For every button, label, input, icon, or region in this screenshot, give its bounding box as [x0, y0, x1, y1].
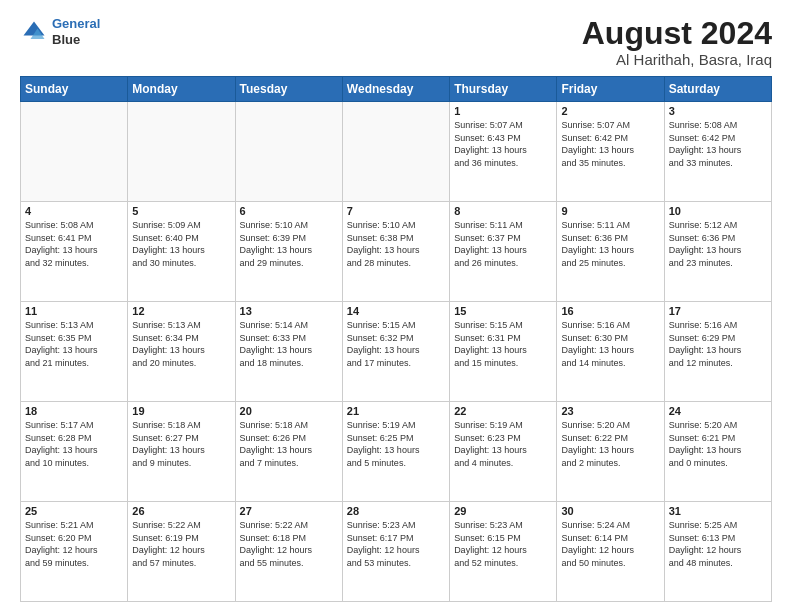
day-info: Sunrise: 5:24 AM Sunset: 6:14 PM Dayligh… — [561, 519, 659, 569]
day-number: 22 — [454, 405, 552, 417]
subtitle: Al Harithah, Basra, Iraq — [582, 51, 772, 68]
day-info: Sunrise: 5:10 AM Sunset: 6:38 PM Dayligh… — [347, 219, 445, 269]
day-info: Sunrise: 5:18 AM Sunset: 6:27 PM Dayligh… — [132, 419, 230, 469]
svg-marker-0 — [24, 21, 45, 35]
calendar-cell: 17Sunrise: 5:16 AM Sunset: 6:29 PM Dayli… — [664, 302, 771, 402]
day-info: Sunrise: 5:11 AM Sunset: 6:36 PM Dayligh… — [561, 219, 659, 269]
day-info: Sunrise: 5:10 AM Sunset: 6:39 PM Dayligh… — [240, 219, 338, 269]
day-info: Sunrise: 5:19 AM Sunset: 6:23 PM Dayligh… — [454, 419, 552, 469]
day-info: Sunrise: 5:15 AM Sunset: 6:31 PM Dayligh… — [454, 319, 552, 369]
calendar-cell — [235, 102, 342, 202]
day-info: Sunrise: 5:08 AM Sunset: 6:41 PM Dayligh… — [25, 219, 123, 269]
calendar-cell: 8Sunrise: 5:11 AM Sunset: 6:37 PM Daylig… — [450, 202, 557, 302]
calendar-cell: 13Sunrise: 5:14 AM Sunset: 6:33 PM Dayli… — [235, 302, 342, 402]
day-number: 16 — [561, 305, 659, 317]
calendar-cell: 27Sunrise: 5:22 AM Sunset: 6:18 PM Dayli… — [235, 502, 342, 602]
day-number: 5 — [132, 205, 230, 217]
weekday-header-thursday: Thursday — [450, 77, 557, 102]
weekday-header-row: SundayMondayTuesdayWednesdayThursdayFrid… — [21, 77, 772, 102]
day-info: Sunrise: 5:20 AM Sunset: 6:21 PM Dayligh… — [669, 419, 767, 469]
day-number: 12 — [132, 305, 230, 317]
calendar-cell: 26Sunrise: 5:22 AM Sunset: 6:19 PM Dayli… — [128, 502, 235, 602]
calendar-cell: 14Sunrise: 5:15 AM Sunset: 6:32 PM Dayli… — [342, 302, 449, 402]
day-number: 8 — [454, 205, 552, 217]
week-row-4: 18Sunrise: 5:17 AM Sunset: 6:28 PM Dayli… — [21, 402, 772, 502]
day-number: 9 — [561, 205, 659, 217]
day-info: Sunrise: 5:22 AM Sunset: 6:18 PM Dayligh… — [240, 519, 338, 569]
calendar-cell: 15Sunrise: 5:15 AM Sunset: 6:31 PM Dayli… — [450, 302, 557, 402]
week-row-1: 1Sunrise: 5:07 AM Sunset: 6:43 PM Daylig… — [21, 102, 772, 202]
day-info: Sunrise: 5:19 AM Sunset: 6:25 PM Dayligh… — [347, 419, 445, 469]
calendar-cell: 21Sunrise: 5:19 AM Sunset: 6:25 PM Dayli… — [342, 402, 449, 502]
day-info: Sunrise: 5:22 AM Sunset: 6:19 PM Dayligh… — [132, 519, 230, 569]
day-number: 2 — [561, 105, 659, 117]
calendar-cell: 3Sunrise: 5:08 AM Sunset: 6:42 PM Daylig… — [664, 102, 771, 202]
logo-text: General Blue — [52, 16, 100, 47]
day-number: 30 — [561, 505, 659, 517]
logo-line1: General — [52, 16, 100, 31]
calendar-cell: 28Sunrise: 5:23 AM Sunset: 6:17 PM Dayli… — [342, 502, 449, 602]
day-number: 23 — [561, 405, 659, 417]
day-number: 11 — [25, 305, 123, 317]
day-number: 6 — [240, 205, 338, 217]
day-info: Sunrise: 5:13 AM Sunset: 6:35 PM Dayligh… — [25, 319, 123, 369]
day-info: Sunrise: 5:11 AM Sunset: 6:37 PM Dayligh… — [454, 219, 552, 269]
day-number: 27 — [240, 505, 338, 517]
logo-line2: Blue — [52, 32, 100, 48]
logo: General Blue — [20, 16, 100, 47]
calendar-cell: 2Sunrise: 5:07 AM Sunset: 6:42 PM Daylig… — [557, 102, 664, 202]
day-number: 28 — [347, 505, 445, 517]
calendar-cell: 25Sunrise: 5:21 AM Sunset: 6:20 PM Dayli… — [21, 502, 128, 602]
calendar-cell: 11Sunrise: 5:13 AM Sunset: 6:35 PM Dayli… — [21, 302, 128, 402]
week-row-2: 4Sunrise: 5:08 AM Sunset: 6:41 PM Daylig… — [21, 202, 772, 302]
calendar-cell: 29Sunrise: 5:23 AM Sunset: 6:15 PM Dayli… — [450, 502, 557, 602]
day-info: Sunrise: 5:14 AM Sunset: 6:33 PM Dayligh… — [240, 319, 338, 369]
day-number: 29 — [454, 505, 552, 517]
calendar-cell — [21, 102, 128, 202]
calendar-cell: 5Sunrise: 5:09 AM Sunset: 6:40 PM Daylig… — [128, 202, 235, 302]
week-row-5: 25Sunrise: 5:21 AM Sunset: 6:20 PM Dayli… — [21, 502, 772, 602]
day-number: 31 — [669, 505, 767, 517]
weekday-header-wednesday: Wednesday — [342, 77, 449, 102]
day-number: 21 — [347, 405, 445, 417]
weekday-header-sunday: Sunday — [21, 77, 128, 102]
logo-icon — [20, 18, 48, 46]
day-number: 13 — [240, 305, 338, 317]
day-number: 19 — [132, 405, 230, 417]
day-number: 3 — [669, 105, 767, 117]
calendar-cell: 12Sunrise: 5:13 AM Sunset: 6:34 PM Dayli… — [128, 302, 235, 402]
day-info: Sunrise: 5:23 AM Sunset: 6:15 PM Dayligh… — [454, 519, 552, 569]
day-info: Sunrise: 5:20 AM Sunset: 6:22 PM Dayligh… — [561, 419, 659, 469]
day-info: Sunrise: 5:15 AM Sunset: 6:32 PM Dayligh… — [347, 319, 445, 369]
day-number: 10 — [669, 205, 767, 217]
day-info: Sunrise: 5:25 AM Sunset: 6:13 PM Dayligh… — [669, 519, 767, 569]
calendar-cell: 9Sunrise: 5:11 AM Sunset: 6:36 PM Daylig… — [557, 202, 664, 302]
day-info: Sunrise: 5:09 AM Sunset: 6:40 PM Dayligh… — [132, 219, 230, 269]
main-title: August 2024 — [582, 16, 772, 51]
day-info: Sunrise: 5:12 AM Sunset: 6:36 PM Dayligh… — [669, 219, 767, 269]
calendar-cell: 10Sunrise: 5:12 AM Sunset: 6:36 PM Dayli… — [664, 202, 771, 302]
calendar-cell: 1Sunrise: 5:07 AM Sunset: 6:43 PM Daylig… — [450, 102, 557, 202]
weekday-header-saturday: Saturday — [664, 77, 771, 102]
day-info: Sunrise: 5:21 AM Sunset: 6:20 PM Dayligh… — [25, 519, 123, 569]
calendar-cell: 30Sunrise: 5:24 AM Sunset: 6:14 PM Dayli… — [557, 502, 664, 602]
title-block: August 2024 Al Harithah, Basra, Iraq — [582, 16, 772, 68]
day-number: 18 — [25, 405, 123, 417]
day-number: 26 — [132, 505, 230, 517]
calendar-cell — [342, 102, 449, 202]
day-number: 14 — [347, 305, 445, 317]
calendar-cell: 16Sunrise: 5:16 AM Sunset: 6:30 PM Dayli… — [557, 302, 664, 402]
page: General Blue August 2024 Al Harithah, Ba… — [0, 0, 792, 612]
day-info: Sunrise: 5:13 AM Sunset: 6:34 PM Dayligh… — [132, 319, 230, 369]
day-info: Sunrise: 5:07 AM Sunset: 6:43 PM Dayligh… — [454, 119, 552, 169]
weekday-header-monday: Monday — [128, 77, 235, 102]
day-number: 15 — [454, 305, 552, 317]
header: General Blue August 2024 Al Harithah, Ba… — [20, 16, 772, 68]
calendar-cell — [128, 102, 235, 202]
day-number: 17 — [669, 305, 767, 317]
weekday-header-friday: Friday — [557, 77, 664, 102]
day-info: Sunrise: 5:16 AM Sunset: 6:30 PM Dayligh… — [561, 319, 659, 369]
day-info: Sunrise: 5:08 AM Sunset: 6:42 PM Dayligh… — [669, 119, 767, 169]
calendar-cell: 6Sunrise: 5:10 AM Sunset: 6:39 PM Daylig… — [235, 202, 342, 302]
calendar-cell: 31Sunrise: 5:25 AM Sunset: 6:13 PM Dayli… — [664, 502, 771, 602]
